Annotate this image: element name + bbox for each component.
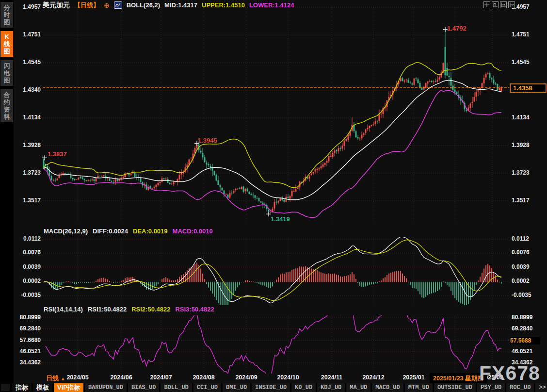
app-root: 分时图K线图闪电图合约资料 美元加元 【日线】 ⊕ BOLL(26,2) MID… — [0, 0, 547, 392]
toolbar-button-boll-ud[interactable]: BOLL_UD — [161, 383, 192, 392]
price-tick-label: 80.8999 — [14, 314, 41, 321]
rsi-header: RSI(14,14,14) RSI1:50.4822 RSI2:50.4822 … — [44, 306, 214, 313]
chevron-up-icon: ▲ — [61, 376, 65, 381]
sidebar-tab-char: 图 — [4, 77, 10, 84]
price-tick-label: 69.2840 — [14, 325, 41, 332]
toolbar-button-macd-ud[interactable]: MACD_UD — [372, 383, 403, 392]
toolbar-button-dmi-ud[interactable]: DMI_UD — [223, 383, 250, 392]
price-tick-label: 0.0002 — [14, 278, 41, 284]
rsi2-value: RSI2:50.4822 — [131, 306, 170, 313]
sidebar-tab-char: 资 — [4, 106, 10, 113]
price-tick-label: 1.4751 — [512, 31, 530, 38]
chart-tool-icons — [483, 1, 515, 8]
macd-diff-value: DIFF:0.0024 — [93, 228, 128, 235]
toolbar-button-kd-ud[interactable]: KD_UD — [291, 383, 316, 392]
sidebar-tab-1[interactable]: 分时图 — [0, 2, 13, 28]
price-chart-canvas[interactable] — [0, 0, 547, 392]
toolbar-corner — [1, 384, 10, 391]
sidebar: 分时图K线图闪电图合约资料 — [0, 0, 14, 383]
month-label: 2024/08 — [193, 374, 214, 381]
sidebar-tab-4[interactable]: 合约资料 — [0, 89, 13, 122]
boll-mid-value: MID:1.4317 — [164, 1, 197, 9]
toolbar-button-vip-[interactable]: VIP指标 — [54, 383, 83, 392]
price-tick-label: 46.0521 — [512, 348, 532, 355]
price-tick-label: 1.3723 — [512, 169, 530, 176]
shift-right-icon[interactable] — [508, 1, 515, 8]
month-label: 2024/09 — [235, 374, 257, 381]
sidebar-tab-2[interactable]: K线图 — [0, 31, 13, 57]
toolbar-button-ma-ud[interactable]: MA_UD — [346, 383, 370, 392]
sidebar-tab-char: 料 — [4, 113, 10, 120]
sidebar-tab-char: 时 — [4, 11, 10, 18]
month-label: 2024/10 — [277, 374, 299, 381]
macd-dea-value: DEA:0.0019 — [133, 228, 168, 235]
price-tick-label: -0.0035 — [512, 292, 531, 298]
price-tick-label: 1.4957 — [14, 3, 41, 10]
extreme-price-label: 1.3945 — [198, 137, 217, 144]
price-tick-label: 34.4362 — [14, 359, 41, 366]
price-tick-label: 0.0112 — [512, 235, 529, 242]
symbol-name: 美元加元 — [43, 1, 70, 10]
add-indicator-icon[interactable]: ⊕ — [104, 1, 110, 9]
toolbar-button-cci-ud[interactable]: CCI_UD — [193, 383, 221, 392]
price-tick-label: 0.0076 — [14, 249, 41, 256]
extreme-price-label: 1.4792 — [447, 25, 467, 32]
boll-upper-value: UPPER:1.4510 — [202, 1, 245, 9]
sidebar-tab-char: 约 — [4, 98, 10, 106]
price-tick-label: 1.3723 — [14, 169, 41, 176]
price-tick-label: 1.4751 — [14, 31, 41, 38]
sidebar-tab-3[interactable]: 闪电图 — [0, 60, 13, 86]
extreme-price-label: 1.3419 — [271, 215, 290, 223]
toolbar-button--[interactable]: 模板 — [33, 383, 52, 392]
price-tick-label: -0.0035 — [14, 292, 41, 298]
macd-params-label: MACD(26,12,9) — [44, 228, 88, 235]
boll-params-label: BOLL(26,2) — [127, 1, 160, 9]
crosshair-icon[interactable] — [483, 1, 490, 8]
price-tick-label: 1.3517 — [512, 197, 530, 204]
boll-lower-value: LOWER:1.4124 — [249, 1, 294, 9]
sidebar-tab-char: K — [4, 33, 9, 40]
price-tick-label: 0.0002 — [512, 278, 530, 284]
sidebar-tab-char: 图 — [4, 18, 10, 26]
toolbar-button-outside-ud[interactable]: OUTSIDE_UD — [434, 383, 476, 392]
price-tick-label: 1.4134 — [14, 114, 41, 121]
month-label: 2024/05 — [66, 374, 88, 381]
price-tick-label: 69.2840 — [512, 325, 532, 332]
toolbar-button-mtm-ud[interactable]: MTM_UD — [405, 383, 433, 392]
period-tag: 【日线】 — [74, 1, 99, 10]
timeframe-label: 日线 — [46, 375, 59, 382]
toolbar-button-kdj-ud[interactable]: KDJ_UD — [317, 383, 345, 392]
price-tick-label: 1.4134 — [512, 114, 530, 121]
price-tick-label: 1.4545 — [512, 59, 530, 65]
toolbar-button-barupdn-ud[interactable]: BARUPDN_UD — [85, 383, 127, 392]
month-label: 2024/12 — [362, 374, 384, 381]
price-tick-label: 0.0039 — [14, 263, 41, 270]
timeframe-selector[interactable]: 日线 ▲ — [46, 374, 65, 383]
price-tick-label: 1.3517 — [14, 197, 41, 204]
chart-header: 美元加元 【日线】 ⊕ BOLL(26,2) MID:1.4317 UPPER:… — [43, 1, 294, 9]
price-tick-label: 1.4545 — [14, 59, 41, 65]
toolbar-button--[interactable]: 指标 — [12, 383, 32, 392]
price-tick-label: 46.0521 — [14, 348, 41, 355]
macd-header: MACD(26,12,9) DIFF:0.0024 DEA:0.0019 MAC… — [44, 228, 213, 235]
price-tick-label: 57.6680 — [14, 337, 41, 343]
price-tick-label: 1.3928 — [512, 142, 530, 148]
sidebar-tab-char: 电 — [4, 69, 10, 77]
watermark: FX678 — [479, 362, 540, 385]
rsi3-value: RSI3:50.4822 — [175, 306, 214, 313]
axis-zoom-icon[interactable] — [492, 1, 499, 8]
sidebar-tab-char: 合 — [4, 91, 10, 98]
month-label: 2024/07 — [150, 374, 172, 381]
month-label: 2024/11 — [321, 374, 343, 381]
axis-pan-icon[interactable] — [500, 1, 507, 8]
month-label: 2025/01 — [402, 374, 424, 381]
current-price-box: 1.4358 — [510, 83, 547, 93]
rsi-current-box: 57.5688 — [510, 337, 540, 344]
price-tick-label: 0.0076 — [512, 249, 530, 256]
toolbar-button-inside-ud[interactable]: INSIDE_UD — [252, 383, 290, 392]
toolbar-button-bias-ud[interactable]: BIAS_UD — [128, 383, 159, 392]
rsi1-value: RSI1:50.4822 — [88, 306, 127, 313]
sidebar-tab-char: 线 — [4, 40, 10, 48]
price-tick-label: 0.0112 — [14, 235, 41, 242]
indicator-icon — [114, 1, 122, 9]
